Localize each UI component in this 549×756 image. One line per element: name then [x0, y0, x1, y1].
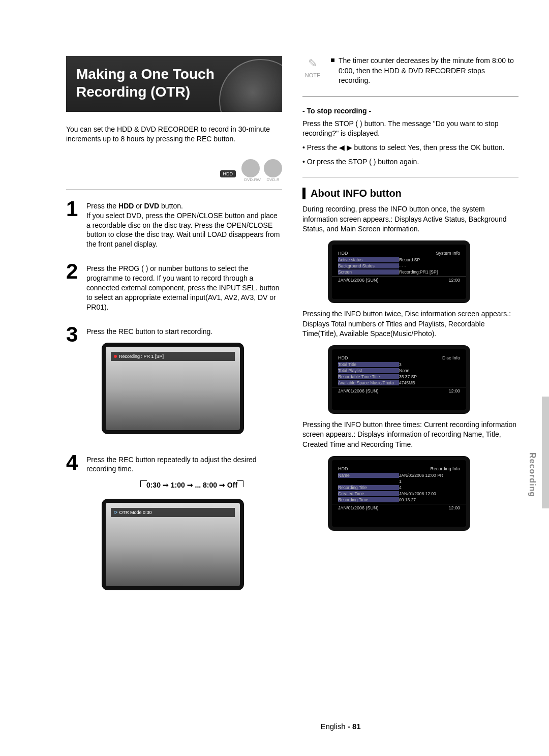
- title-line-1: Making a One Touch: [76, 65, 272, 83]
- hdd-badge: HDD: [220, 170, 236, 177]
- step-2: 2 Press the PROG ( ) or number buttons t…: [66, 262, 282, 312]
- osd-src: HDD: [338, 466, 348, 471]
- dvd-rw-label: DVD-RW: [243, 177, 262, 182]
- k: Total Playlist: [338, 368, 399, 373]
- note-text: The timer counter decreases by the minut…: [339, 56, 518, 86]
- k: Total Title: [338, 362, 399, 367]
- v: JAN/01/2006 12:00 PR: [399, 473, 443, 478]
- osd-src: HDD: [338, 251, 348, 256]
- media-badges: HDD DVD-RW DVD-R: [66, 159, 282, 187]
- step-body: Press the HDD or DVD button. If you sele…: [86, 199, 282, 249]
- dvd-rw-icon: [241, 159, 260, 177]
- cycle-sequence: 0:30 ➞ 1:00 ➞ ... 8:00 ➞ Off: [102, 478, 282, 493]
- t: If you select DVD, press the OPEN/CLOSE …: [86, 211, 280, 249]
- note-bullet: The timer counter decreases by the minut…: [331, 56, 518, 86]
- side-tab-label: Recording: [528, 452, 537, 497]
- divider: [302, 96, 518, 97]
- t: DVD: [144, 202, 160, 210]
- k: Recording Time: [338, 497, 399, 502]
- step-3: 3 Press the REC button to start recordin…: [66, 325, 282, 440]
- k: Available Space Music/Photo: [338, 380, 399, 385]
- side-tab: Recording: [542, 397, 549, 508]
- osd-title: Recording Info: [430, 466, 460, 471]
- step-body: Press the REC button to start recording.…: [86, 325, 244, 440]
- k: Recording Title: [338, 485, 399, 490]
- osd-src: HDD: [338, 355, 348, 360]
- intro-text: You can set the HDD & DVD RECORDER to re…: [66, 125, 282, 144]
- footer-page: - 81: [348, 722, 361, 731]
- v: 4: [399, 485, 402, 490]
- rec-dot-icon: [114, 355, 117, 358]
- date: JAN/01/2006 (SUN): [338, 505, 379, 510]
- v: - - -: [399, 263, 406, 268]
- k: Created Time: [338, 491, 399, 496]
- cycle-text: 0:30 ➞ 1:00 ➞ ... 8:00 ➞ Off: [141, 478, 242, 492]
- info-p2: Pressing the INFO button twice, Disc inf…: [302, 309, 518, 339]
- osd-bar-text: OTR Mode 0:30: [119, 510, 152, 515]
- osd-title: Disc Info: [442, 355, 460, 360]
- divider: [302, 177, 518, 177]
- title-line-2: Recording (OTR): [76, 83, 272, 101]
- osd-bar: ⟳ OTR Mode 0:30: [111, 508, 235, 517]
- divider: [66, 190, 282, 190]
- v: 00:13:27: [399, 497, 416, 502]
- v: None: [399, 368, 409, 373]
- info-p1: During recording, press the INFO button …: [302, 204, 518, 234]
- t: or: [134, 202, 144, 210]
- time: 12:00: [448, 278, 460, 283]
- t: Press the REC button to start recording.: [86, 327, 212, 336]
- osd-bar: Recording : PR 1 [SP]: [111, 352, 235, 361]
- section-title: Making a One Touch Recording (OTR): [66, 56, 282, 112]
- dvd-r-label: DVD-R: [264, 177, 282, 182]
- k: Recordable Time Title: [338, 374, 399, 379]
- info-p3: Pressing the INFO button three times: Cu…: [302, 420, 518, 450]
- osd-disc-info: HDDDisc Info Total Title3 Total Playlist…: [328, 345, 470, 414]
- tv-screenshot-recording: Recording : PR 1 [SP]: [102, 343, 244, 434]
- time: 12:00: [448, 505, 460, 510]
- v: Record SP: [399, 257, 420, 262]
- bullet-icon: [331, 58, 334, 62]
- k: Active status: [338, 257, 399, 262]
- step-body: Press the REC button repeatedly to adjus…: [86, 453, 282, 597]
- step-number: 3: [66, 325, 80, 440]
- v: 35:37 SP: [399, 374, 417, 379]
- osd-recording-info: HDDRecording Info NameJAN/01/2006 12:00 …: [328, 456, 470, 531]
- step-1: 1 Press the HDD or DVD button. If you se…: [66, 199, 282, 249]
- step-4: 4 Press the REC button repeatedly to adj…: [66, 453, 282, 597]
- osd-bar-text: Recording : PR 1 [SP]: [119, 354, 164, 359]
- t: Press the: [86, 202, 118, 210]
- stop-bullet-2: • Or press the STOP ( ) button again.: [302, 157, 518, 167]
- stop-heading: - To stop recording -: [302, 107, 518, 115]
- v: 3: [399, 362, 402, 367]
- tv-screenshot-otr: ⟳ OTR Mode 0:30: [102, 499, 244, 590]
- k: Name: [338, 473, 399, 478]
- t: button.: [159, 202, 183, 210]
- v: 1: [399, 479, 402, 484]
- stop-bullet-1: • Press the ◀ ▶ buttons to select Yes, t…: [302, 143, 518, 153]
- t: HDD: [118, 202, 134, 210]
- t: Press the REC button repeatedly to adjus…: [86, 456, 257, 473]
- k: Screen: [338, 269, 399, 275]
- dvd-r-icon: [264, 159, 282, 177]
- stop-text: Press the STOP ( ) button. The message "…: [302, 119, 518, 139]
- date: JAN/01/2006 (SUN): [338, 388, 379, 394]
- v: 4745MB: [399, 380, 415, 385]
- k: Background Status: [338, 263, 399, 268]
- v: JAN/01/2006 12:00: [399, 491, 436, 496]
- info-heading: About INFO button: [302, 188, 518, 199]
- step-number: 2: [66, 262, 80, 312]
- osd-title: System Info: [436, 251, 460, 256]
- footer-lang: English: [320, 722, 345, 731]
- note-icon: ✎ NOTE: [302, 56, 323, 86]
- date: JAN/01/2006 (SUN): [338, 278, 379, 283]
- k: [338, 479, 399, 484]
- note-block: ✎ NOTE The timer counter decreases by th…: [302, 56, 518, 86]
- note-label: NOTE: [305, 72, 321, 78]
- step-number: 1: [66, 199, 80, 249]
- step-body: Press the PROG ( ) or number buttons to …: [86, 262, 282, 312]
- v: Recording:PR1 [SP]: [399, 269, 438, 275]
- page-footer: English - 81: [66, 722, 549, 731]
- osd-system-info: HDDSystem Info Active statusRecord SP Ba…: [328, 240, 470, 303]
- step-number: 4: [66, 453, 80, 597]
- time: 12:00: [448, 388, 460, 394]
